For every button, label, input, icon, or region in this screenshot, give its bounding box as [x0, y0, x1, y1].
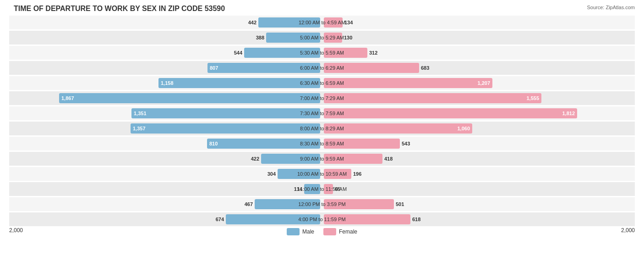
chart-title: TIME OF DEPARTURE TO WORK BY SEX IN ZIP …	[9, 5, 635, 13]
right-section: 196	[322, 167, 635, 181]
chart-row: 11411:00 AM to 11:59 AM65	[9, 182, 635, 196]
chart-row: 46712:00 PM to 3:59 PM501	[9, 197, 635, 211]
chart-container: TIME OF DEPARTURE TO WORK BY SEX IN ZIP …	[0, 0, 644, 273]
legend-male: Male	[287, 228, 314, 235]
female-value: 196	[353, 171, 361, 177]
male-value: 1,351	[134, 111, 147, 116]
female-value: 683	[421, 65, 429, 71]
male-value: 422	[251, 156, 259, 162]
male-value: 388	[256, 35, 264, 40]
chart-row: 5445:30 AM to 5:59 AM312	[9, 46, 635, 60]
female-value: 65	[335, 186, 340, 192]
male-value: 807	[210, 65, 218, 71]
left-section: 114	[9, 182, 322, 196]
right-section: 312	[322, 46, 635, 60]
right-section: 1,555	[322, 91, 635, 105]
legend-female-box	[323, 228, 336, 235]
chart-row: 1,1586:30 AM to 6:59 AM1,207	[9, 76, 635, 90]
source-text: Source: ZipAtlas.com	[587, 5, 635, 10]
right-section: 1,207	[322, 76, 635, 90]
left-section: 674	[9, 212, 322, 226]
left-section: 1,351	[9, 106, 322, 120]
female-value: 618	[412, 217, 420, 222]
bottom-area: 2,000 Male Female 2,000	[9, 225, 635, 235]
female-value: 1,812	[562, 111, 575, 116]
chart-row: 8108:30 AM to 8:59 AM543	[9, 137, 635, 150]
male-value: 674	[216, 217, 224, 222]
female-value: 418	[384, 156, 393, 162]
chart-row: 30410:00 AM to 10:59 AM196	[9, 167, 635, 181]
left-section: 1,867	[9, 91, 322, 105]
legend-female: Female	[323, 228, 357, 235]
right-section: 1,812	[322, 106, 635, 120]
male-value: 442	[248, 20, 257, 25]
right-section: 1,060	[322, 122, 635, 135]
left-section: 304	[9, 167, 322, 181]
female-value: 130	[344, 35, 352, 40]
female-value: 501	[396, 201, 404, 207]
left-section: 467	[9, 197, 322, 211]
male-value: 810	[209, 141, 218, 146]
chart-row: 8076:00 AM to 6:29 AM683	[9, 61, 635, 75]
chart-row: 1,3517:30 AM to 7:59 AM1,812	[9, 106, 635, 120]
left-section: 388	[9, 31, 322, 45]
right-section: 618	[322, 212, 635, 226]
legend: Male Female	[287, 228, 357, 235]
chart-row: 3885:00 AM to 5:29 AM130	[9, 31, 635, 45]
right-section: 683	[322, 61, 635, 75]
male-value: 1,867	[61, 95, 74, 101]
left-section: 1,357	[9, 122, 322, 135]
left-section: 442	[9, 16, 322, 29]
female-value: 312	[369, 50, 377, 56]
female-value: 1,555	[526, 95, 539, 101]
chart-area: 44212:00 AM to 4:59 AM1343885:00 AM to 5…	[9, 16, 635, 224]
female-value: 1,207	[477, 80, 490, 86]
right-section: 543	[322, 137, 635, 150]
male-value: 304	[267, 171, 276, 177]
chart-row: 1,3578:00 AM to 8:29 AM1,060	[9, 122, 635, 135]
right-section: 134	[322, 16, 635, 29]
left-section: 1,158	[9, 76, 322, 90]
chart-row: 4229:00 AM to 9:59 AM418	[9, 152, 635, 166]
chart-row: 1,8677:00 AM to 7:29 AM1,555	[9, 91, 635, 105]
right-section: 501	[322, 197, 635, 211]
male-value: 1,158	[161, 80, 174, 86]
chart-row: 6744:00 PM to 11:59 PM618	[9, 212, 635, 226]
left-section: 422	[9, 152, 322, 166]
left-section: 807	[9, 61, 322, 75]
right-section: 418	[322, 152, 635, 166]
axis-left-label: 2,000	[9, 227, 23, 234]
legend-female-label: Female	[339, 228, 357, 235]
male-value: 544	[234, 50, 242, 56]
right-section: 65	[322, 182, 635, 196]
legend-male-box	[287, 228, 300, 235]
female-value: 134	[344, 20, 353, 25]
chart-row: 44212:00 AM to 4:59 AM134	[9, 16, 635, 29]
legend-male-label: Male	[302, 228, 314, 235]
left-section: 544	[9, 46, 322, 60]
male-value: 114	[294, 186, 302, 192]
axis-right-label: 2,000	[621, 227, 635, 234]
left-section: 810	[9, 137, 322, 150]
right-section: 130	[322, 31, 635, 45]
male-value: 1,357	[133, 126, 146, 131]
male-value: 467	[245, 201, 253, 207]
female-value: 1,060	[457, 126, 470, 131]
female-value: 543	[402, 141, 410, 146]
